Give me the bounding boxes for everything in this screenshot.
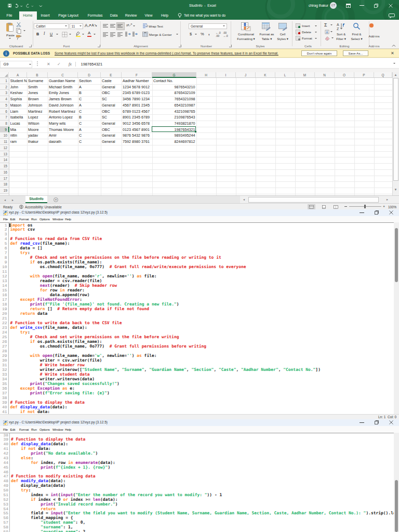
svg-text:Z: Z	[337, 27, 339, 31]
svg-text:A: A	[337, 23, 339, 26]
